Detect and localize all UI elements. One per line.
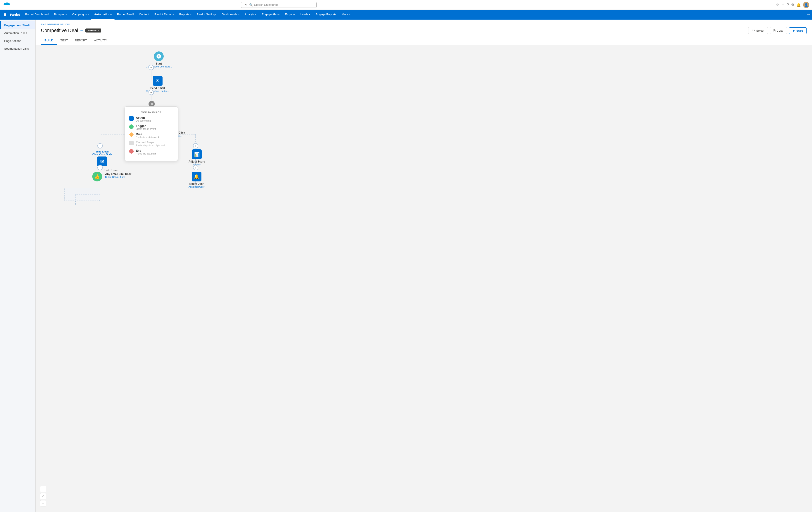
- add-icon[interactable]: ＋: [781, 2, 785, 7]
- tab-report[interactable]: REPORT: [71, 36, 90, 45]
- send-email-label-2: Send Email: [95, 150, 109, 153]
- action-icon: [129, 116, 134, 120]
- notify-user-label: Notify User: [190, 182, 204, 185]
- trigger-desc: Listen for an event: [136, 128, 156, 130]
- rule-name: Rule: [136, 132, 159, 136]
- zoom-fit-button[interactable]: ⤢: [40, 493, 46, 499]
- top-bar-right: ☆ ＋ ? ⚙ 🔔 👤: [776, 2, 809, 8]
- trigger-node-2-label: Any Email Link Click: [105, 172, 132, 176]
- tab-build[interactable]: BUILD: [41, 36, 57, 45]
- nav-prospects[interactable]: Prospects: [51, 10, 69, 20]
- plus-connector-right[interactable]: +: [193, 143, 198, 149]
- adjust-score-icon: 📊: [192, 150, 202, 159]
- action-desc: Do something: [136, 119, 151, 122]
- send-email-icon-1: ✉: [153, 76, 163, 86]
- breadcrumb: ENGAGEMENT STUDIO: [41, 23, 807, 26]
- canvas-area: Start Competitive Deal Nurt... + ✉ Send …: [35, 45, 812, 511]
- nav-campaigns[interactable]: Campaigns▾: [69, 10, 92, 20]
- tab-test[interactable]: TEST: [57, 36, 71, 45]
- trigger-node-2-sublabel: Client Case Study: [105, 176, 132, 178]
- add-element-close[interactable]: ✕: [148, 101, 155, 107]
- rule-desc: Evaluate a statement: [136, 136, 159, 138]
- edit-title-icon[interactable]: ✏: [81, 29, 83, 32]
- notify-user-node[interactable]: 🔔 Notify User Assigned User: [188, 172, 205, 188]
- nav-analytics[interactable]: Analytics: [242, 10, 259, 20]
- plus-connector-right-2[interactable]: +: [193, 165, 198, 170]
- sidebar-item-engagement-studio[interactable]: Engagement Studio: [0, 21, 35, 29]
- help-icon[interactable]: ?: [787, 3, 789, 7]
- action-name: Action: [136, 116, 151, 119]
- nav-edit-icon[interactable]: ✏: [807, 13, 810, 17]
- element-copied-steps: Copied Steps Paste steps from clipboard: [129, 141, 173, 147]
- plus-connector-left-2[interactable]: +: [97, 165, 103, 170]
- search-icon: 🔍: [249, 3, 253, 6]
- element-rule[interactable]: Rule Evaluate a statement: [129, 132, 173, 138]
- notify-user-sublabel: Assigned User: [188, 185, 205, 188]
- top-bar: All 🔍 ☆ ＋ ? ⚙ 🔔 👤: [0, 0, 812, 10]
- nav-bar: ⠿ Pardot Pardot Dashboard Prospects Camp…: [0, 10, 812, 20]
- nav-dashboards[interactable]: Dashboards▾: [219, 10, 242, 20]
- page-header: ENGAGEMENT STUDIO Competitive Deal ✏ PAU…: [35, 20, 812, 45]
- notifications-icon[interactable]: 🔔: [796, 3, 801, 7]
- nav-engage-alerts[interactable]: Engage Alerts: [259, 10, 282, 20]
- tabs: BUILD TEST REPORT ACTIVITY: [41, 36, 807, 45]
- trigger-icon: [129, 125, 134, 129]
- star-icon[interactable]: ☆: [776, 3, 779, 7]
- zoom-controls: + ⤢ −: [40, 486, 46, 507]
- end-icon: [129, 149, 134, 154]
- app-launcher-icon[interactable]: ⠿: [2, 12, 8, 17]
- end-name: End: [136, 149, 156, 152]
- nav-automations[interactable]: Automations: [91, 10, 114, 20]
- nav-engage-reports[interactable]: Engage Reports: [313, 10, 339, 20]
- plus-connector-left[interactable]: +: [97, 143, 103, 149]
- trigger-node-2-circle: 👍: [92, 172, 102, 182]
- copy-button[interactable]: ⎘ Copy: [770, 27, 787, 34]
- nav-engage[interactable]: Engage: [282, 10, 298, 20]
- zoom-out-button[interactable]: −: [40, 500, 46, 507]
- search-filter[interactable]: All: [243, 3, 248, 7]
- element-end[interactable]: End Place the last step: [129, 149, 173, 155]
- start-button[interactable]: ▶ Start: [789, 27, 807, 34]
- nav-reports[interactable]: Reports▾: [177, 10, 194, 20]
- add-element-popup: ADD ELEMENT Action Do something Trigger …: [124, 106, 178, 161]
- start-icon: ▶: [793, 29, 795, 32]
- start-node-label: Start: [156, 62, 162, 65]
- plus-connector-2[interactable]: +: [148, 90, 154, 95]
- tab-activity[interactable]: ACTIVITY: [90, 36, 111, 45]
- search-input[interactable]: [254, 3, 314, 6]
- main-layout: Engagement Studio Automation Rules Page …: [0, 20, 812, 512]
- select-button[interactable]: ⬚ Select: [748, 27, 768, 34]
- trigger-node-2[interactable]: 👍 Any Email Link Click Client Case Study: [92, 172, 102, 182]
- content-area: ENGAGEMENT STUDIO Competitive Deal ✏ PAU…: [35, 20, 812, 512]
- page-title: Competitive Deal ✏ PAUSED: [41, 28, 101, 33]
- nav-content[interactable]: Content: [136, 10, 152, 20]
- element-action[interactable]: Action Do something: [129, 116, 173, 122]
- settings-icon[interactable]: ⚙: [791, 3, 794, 7]
- nav-more[interactable]: More▾: [339, 10, 353, 20]
- rule-icon: [129, 132, 134, 137]
- sidebar-item-segmentation-lists[interactable]: Segmentation Lists: [0, 45, 35, 53]
- nav-pardot-reports[interactable]: Pardot Reports: [152, 10, 177, 20]
- adjust-score-node[interactable]: 📊 Adjust Score by +20: [188, 150, 205, 166]
- sidebar: Engagement Studio Automation Rules Page …: [0, 20, 35, 512]
- end-desc: Place the last step: [136, 152, 156, 155]
- copied-steps-icon: [129, 141, 134, 145]
- paused-badge: PAUSED: [85, 28, 101, 32]
- nav-pardot-settings[interactable]: Pardot Settings: [194, 10, 219, 20]
- plus-connector-1[interactable]: +: [148, 65, 154, 70]
- page-title-text: Competitive Deal: [41, 28, 78, 33]
- copied-steps-name: Copied Steps: [136, 141, 165, 144]
- zoom-in-button[interactable]: +: [40, 486, 46, 492]
- sidebar-item-page-actions[interactable]: Page Actions: [0, 37, 35, 45]
- avatar[interactable]: 👤: [803, 2, 809, 8]
- search-bar[interactable]: All 🔍: [241, 2, 317, 8]
- element-trigger[interactable]: Trigger Listen for an event: [129, 124, 173, 130]
- nav-pardot-email[interactable]: Pardot Email: [115, 10, 136, 20]
- sidebar-item-automation-rules[interactable]: Automation Rules: [0, 29, 35, 37]
- app-name: Pardot: [8, 13, 22, 17]
- nav-pardot-dashboard[interactable]: Pardot Dashboard: [23, 10, 51, 20]
- copied-steps-desc: Paste steps from clipboard: [136, 144, 165, 147]
- start-node-circle: [154, 51, 164, 61]
- nav-leads[interactable]: Leads▾: [298, 10, 313, 20]
- send-email-node-2[interactable]: Send Email Client Case Study ✉: [92, 150, 112, 166]
